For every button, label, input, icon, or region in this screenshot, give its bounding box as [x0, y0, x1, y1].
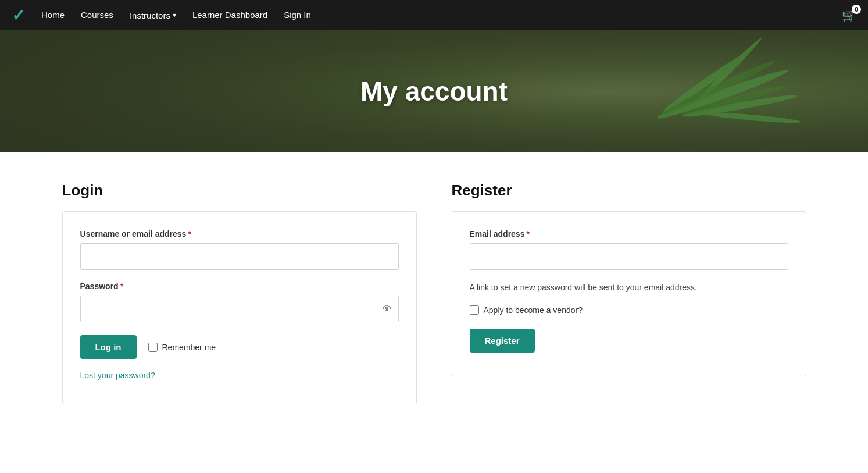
username-required-star: * [188, 229, 191, 239]
register-section-title: Register [452, 182, 806, 200]
nav-item-sign-in[interactable]: Sign In [284, 10, 311, 20]
nav-item-learner-dashboard[interactable]: Learner Dashboard [192, 10, 267, 20]
nav-link-sign-in[interactable]: Sign In [284, 10, 311, 20]
main-content: Login Username or email address* Passwor… [27, 152, 841, 439]
nav-item-courses[interactable]: Courses [81, 10, 113, 20]
nav-item-home[interactable]: Home [41, 10, 65, 20]
login-section: Login Username or email address* Passwor… [62, 182, 417, 404]
nav-links: Home Courses Instructors Learner Dashboa… [41, 10, 311, 20]
register-section: Register Email address* A link to set a … [452, 182, 806, 404]
email-required-star: * [526, 229, 529, 239]
username-field-group: Username or email address* [80, 229, 399, 270]
vendor-checkbox[interactable] [470, 305, 479, 315]
remember-me-label[interactable]: Remember me [148, 343, 216, 352]
username-input[interactable] [80, 243, 399, 270]
login-actions: Log in Remember me [80, 335, 399, 359]
login-button[interactable]: Log in [80, 335, 137, 359]
page-title: My account [360, 76, 508, 107]
email-label: Email address* [470, 229, 788, 239]
logo-icon: ✓ [12, 6, 24, 25]
register-button[interactable]: Register [470, 329, 535, 353]
login-section-title: Login [62, 182, 417, 200]
cart-count: 0 [852, 5, 861, 14]
vendor-checkbox-label[interactable]: Apply to become a vendor? [470, 305, 788, 315]
hero-banner: My account [0, 30, 868, 152]
show-password-icon[interactable]: 👁 [383, 304, 392, 314]
password-wrapper: 👁 [80, 296, 399, 322]
password-input[interactable] [80, 296, 399, 322]
login-form-card: Username or email address* Password* 👁 L… [62, 211, 417, 404]
logo[interactable]: ✓ [12, 6, 24, 25]
username-label: Username or email address* [80, 229, 399, 239]
nav-link-instructors[interactable]: Instructors [130, 10, 176, 20]
password-field-group: Password* 👁 [80, 282, 399, 322]
register-info-text: A link to set a new password will be sen… [470, 282, 788, 294]
remember-me-checkbox[interactable] [148, 343, 158, 352]
nav-link-home[interactable]: Home [41, 10, 65, 20]
navbar: ✓ Home Courses Instructors Learner Dashb… [0, 0, 868, 30]
hero-fern-decoration [635, 36, 810, 152]
nav-item-instructors[interactable]: Instructors [130, 10, 176, 20]
email-input[interactable] [470, 243, 788, 270]
nav-link-courses[interactable]: Courses [81, 10, 113, 20]
lost-password-link[interactable]: Lost your password? [80, 371, 155, 380]
cart-button[interactable]: 🛒 0 [842, 8, 856, 22]
password-label: Password* [80, 282, 399, 291]
svg-point-4 [702, 111, 801, 125]
email-field-group: Email address* [470, 229, 788, 270]
password-required-star: * [120, 282, 123, 291]
register-form-card: Email address* A link to set a new passw… [452, 211, 806, 376]
nav-link-learner-dashboard[interactable]: Learner Dashboard [192, 10, 267, 20]
